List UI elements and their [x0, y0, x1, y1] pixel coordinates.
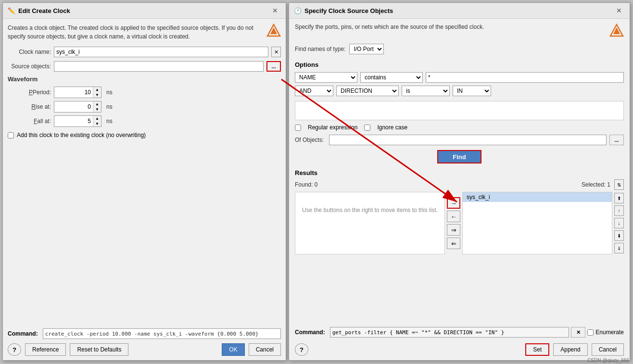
period-row: PPeriod: ▲ ▼ ns [8, 87, 281, 98]
right-dialog-description: Specify the ports, pins, or nets which a… [295, 24, 484, 30]
find-type-select[interactable]: I/O Port Pin Net [349, 44, 384, 54]
rise-input[interactable] [54, 101, 93, 112]
period-spin-down[interactable]: ▼ [93, 92, 101, 98]
find-button-row: Find [295, 150, 624, 163]
rise-spin-down[interactable]: ▼ [93, 107, 101, 112]
move-very-bottom-button[interactable]: ⇓ [614, 243, 624, 253]
clock-name-clear-button[interactable]: ✕ [271, 47, 281, 57]
transfer-all-left-button[interactable]: ⇐ [447, 238, 460, 249]
source-objects-label: Source objects: [8, 63, 51, 70]
right-cancel-button[interactable]: Cancel [592, 343, 624, 356]
results-selected-list[interactable]: sys_clk_i [462, 192, 612, 254]
rise-spinners: ▲ ▼ [93, 101, 101, 112]
right-command-row: Command: ✕ Enumerate [295, 327, 624, 338]
fall-input-wrap: ▲ ▼ [54, 115, 101, 127]
clock-source-icon: 🕐 [294, 7, 302, 14]
right-command-label: Command: [295, 329, 325, 336]
filter2-direction-select[interactable]: DIRECTION [336, 86, 399, 96]
enumerate-row: Enumerate [587, 329, 624, 336]
overwrite-label: Add this clock to the existing clock (no… [17, 132, 146, 138]
left-dialog-title-text: Edit Create Clock [18, 7, 70, 14]
ok-button[interactable]: OK [222, 343, 244, 356]
ignore-case-label: Ignore case [377, 124, 407, 131]
selected-count: Selected: 1 [582, 181, 610, 188]
left-dialog: ✏️ Edit Create Clock ✕ Creates a clock o… [2, 2, 286, 361]
results-found-list[interactable]: Use the buttons on the right to move ite… [295, 192, 445, 254]
sort-button[interactable]: ⇅ [614, 179, 624, 190]
move-bottom-button[interactable]: ⬇ [614, 230, 624, 241]
fall-input[interactable] [54, 116, 93, 126]
waveform-title: Waveform [8, 75, 281, 83]
reference-button[interactable]: Reference [25, 343, 66, 356]
side-order-buttons: ⬆ ↑ ↓ ⬇ ⇓ [614, 192, 624, 254]
left-dialog-bottom-buttons: ? Reference Reset to Defaults OK Cancel [8, 343, 281, 356]
find-type-row: Find names of type: I/O Port Pin Net [295, 44, 624, 54]
transfer-left-button[interactable]: ← [447, 211, 460, 222]
regex-label: Regular expression [308, 124, 357, 131]
right-dialog-title-text: Specify Clock Source Objects [304, 7, 393, 14]
transfer-all-right-button[interactable]: ⇒ [447, 224, 460, 236]
of-objects-row: Of Objects: ... [295, 135, 624, 145]
filter2-and-select[interactable]: AND [295, 86, 333, 96]
rise-label: Rise at: [8, 103, 51, 110]
fall-spin-up[interactable]: ▲ [93, 116, 101, 121]
find-button[interactable]: Find [437, 150, 481, 163]
period-label: PPeriod: [8, 89, 51, 96]
left-dialog-title: ✏️ Edit Create Clock ✕ [3, 3, 286, 19]
right-dialog-close-button[interactable]: ✕ [613, 6, 625, 15]
fall-label: Fall at: [8, 118, 51, 125]
source-objects-input[interactable] [54, 61, 264, 72]
right-command-browse-button[interactable]: ✕ [571, 327, 585, 338]
source-objects-row: Source objects: ... [8, 61, 281, 72]
append-button[interactable]: Append [553, 343, 587, 356]
period-spin-up[interactable]: ▲ [93, 87, 101, 92]
of-objects-input[interactable] [329, 135, 607, 145]
waveform-section: Waveform PPeriod: ▲ ▼ ns Rise at: [8, 75, 281, 127]
set-button[interactable]: Set [525, 343, 549, 356]
move-down-button[interactable]: ↓ [614, 218, 624, 228]
edit-create-clock-icon: ✏️ [8, 7, 15, 14]
command-input[interactable] [43, 328, 281, 339]
transfer-right-button[interactable]: → [447, 197, 460, 209]
filter-scroll-area[interactable] [295, 101, 624, 120]
filter1-value-input[interactable] [426, 72, 624, 83]
enumerate-label: Enumerate [595, 329, 624, 336]
ignore-case-checkbox[interactable] [364, 125, 370, 131]
regex-checkbox-group: Regular expression Ignore case [295, 124, 624, 131]
of-objects-browse-button[interactable]: ... [609, 135, 624, 145]
command-section: Command: [8, 328, 281, 339]
filter1-name-select[interactable]: NAME [295, 72, 357, 83]
right-command-input[interactable] [330, 327, 570, 338]
command-label: Command: [8, 330, 38, 337]
left-cancel-button[interactable]: Cancel [249, 343, 281, 356]
move-top-button[interactable]: ⬆ [614, 193, 624, 203]
filter2-in-select[interactable]: IN [453, 86, 491, 96]
options-section: Options NAME contains AND DIRECTION i [295, 61, 624, 96]
fall-spin-down[interactable]: ▼ [93, 121, 101, 126]
clock-name-input[interactable] [54, 47, 268, 57]
reset-defaults-button[interactable]: Reset to Defaults [70, 343, 128, 356]
watermark: CSDN @qiuzy_666 [587, 358, 629, 363]
period-input[interactable] [54, 87, 93, 98]
selected-item[interactable]: sys_clk_i [463, 192, 612, 202]
period-unit: ns [106, 89, 113, 96]
fall-unit: ns [106, 118, 113, 125]
filter-row-2: AND DIRECTION is IN [295, 86, 624, 96]
results-placeholder: Use the buttons on the right to move ite… [295, 192, 444, 228]
right-help-button[interactable]: ? [295, 343, 308, 356]
move-up-button[interactable]: ↑ [614, 205, 624, 216]
results-section: Results Found: 0 Selected: 1 ⇅ Use the b… [295, 169, 624, 254]
overwrite-checkbox[interactable] [8, 132, 14, 138]
rise-spin-up[interactable]: ▲ [93, 101, 101, 107]
left-help-button[interactable]: ? [8, 343, 21, 356]
rise-row: Rise at: ▲ ▼ ns [8, 101, 281, 113]
source-objects-browse-button[interactable]: ... [266, 61, 281, 72]
regex-checkbox[interactable] [295, 125, 301, 131]
find-names-label: Find names of type: [295, 46, 345, 52]
of-objects-label: Of Objects: [295, 137, 326, 143]
enumerate-checkbox[interactable] [587, 329, 594, 336]
right-dialog-title: 🕐 Specify Clock Source Objects ✕ [289, 3, 630, 19]
left-dialog-close-button[interactable]: ✕ [269, 6, 281, 15]
filter1-contains-select[interactable]: contains [360, 72, 423, 83]
filter2-is-select[interactable]: is [402, 86, 450, 96]
